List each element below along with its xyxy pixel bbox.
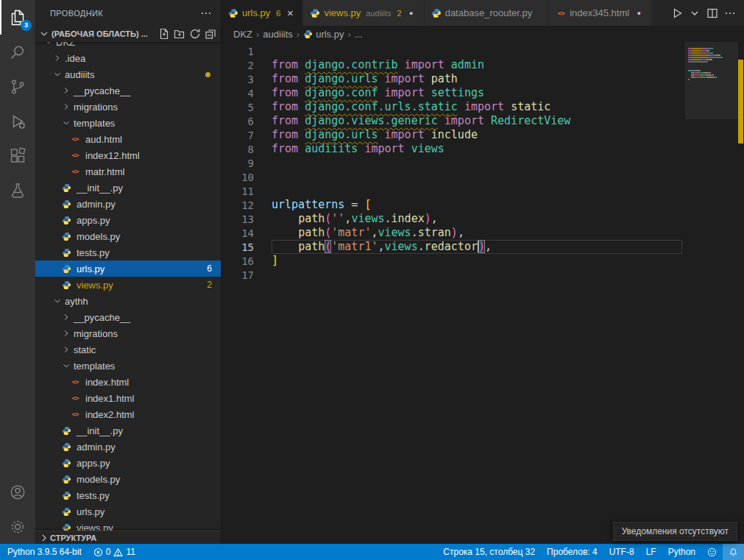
line-number[interactable]: 7 (222, 130, 272, 141)
tree-item-index12-html[interactable]: <>index12.html (35, 147, 221, 163)
line-number[interactable]: 1 (222, 46, 272, 57)
close-tab-button[interactable]: × (284, 7, 296, 19)
line-number[interactable]: 3 (222, 74, 272, 85)
workspace-section-header[interactable]: (РАБОЧАЯ ОБЛАСТЬ) ... (35, 26, 221, 42)
tree-item-templates[interactable]: templates (35, 358, 221, 374)
line-number[interactable]: 8 (222, 143, 272, 155)
line-number[interactable]: 15 (222, 241, 272, 253)
tree-item-tests-py[interactable]: tests.py (35, 487, 221, 503)
line-number[interactable]: 12 (222, 199, 272, 211)
activity-bar-manage[interactable] (0, 509, 35, 544)
status-notifications[interactable] (723, 544, 744, 560)
tree-item-idea[interactable]: .idea (35, 50, 221, 66)
html-file-icon: <> (556, 8, 566, 18)
activity-bar-search[interactable] (0, 35, 35, 69)
activity-bar-extensions[interactable] (0, 138, 35, 173)
overview-warning-mark (738, 60, 743, 74)
tree-item-views-py[interactable]: views.py (35, 520, 221, 531)
editor-more-actions-button[interactable] (723, 7, 737, 20)
tree-item-migrations[interactable]: migrations (35, 99, 221, 115)
line-number[interactable]: 9 (222, 157, 272, 169)
tree-item-tests-py[interactable]: tests.py (35, 244, 221, 260)
tree-item-urls-py[interactable]: urls.py6 (35, 260, 221, 277)
breadcrumb-symbols[interactable]: ... (355, 29, 363, 40)
new-file-button[interactable] (158, 28, 170, 40)
run-python-file-button[interactable] (670, 7, 684, 20)
tree-item-apps-py[interactable]: apps.py (35, 212, 221, 228)
status-feedback[interactable] (701, 544, 723, 560)
tab-index345-html[interactable]: <>index345.html● (549, 0, 652, 26)
tree-item-index2-html[interactable]: <>index2.html (35, 406, 221, 422)
python-file-icon (60, 473, 72, 485)
line-number[interactable]: 17 (222, 269, 272, 281)
line-number[interactable]: 16 (222, 255, 272, 267)
tree-item-templates[interactable]: templates (35, 115, 221, 131)
tree-item-pycache[interactable]: __pycache__ (35, 82, 221, 99)
tree-item-aythh[interactable]: aythh (35, 293, 221, 309)
tree-item-admin-py[interactable]: admin.py (35, 196, 221, 212)
explorer-more-actions-button[interactable] (199, 6, 213, 21)
line-number[interactable]: 2 (222, 60, 272, 71)
split-editor-button[interactable] (706, 7, 719, 20)
status-indentation[interactable]: Пробелов: 4 (541, 544, 603, 560)
tree-item-init-py[interactable]: __init__.py (35, 180, 221, 196)
warnings-icon (113, 547, 123, 557)
tab-views-py[interactable]: views.pyaudiiits2● (303, 0, 424, 26)
code-line-17: 17 (222, 268, 682, 282)
tree-item-audiiits[interactable]: audiiits (35, 66, 221, 82)
tree-item-views-py[interactable]: views.py2 (35, 277, 221, 293)
tree-item-admin-py[interactable]: admin.py (35, 439, 221, 455)
outline-section-header[interactable]: СТРУКТУРА (35, 531, 221, 544)
activity-bar-spacer (0, 208, 35, 475)
tree-item-models-py[interactable]: models.py (35, 228, 221, 244)
tree-item-dkz[interactable]: DKZ (35, 42, 221, 50)
tree-item-migrations[interactable]: migrations (35, 325, 221, 341)
tree-item-static[interactable]: static (35, 341, 221, 358)
tree-item-models-py[interactable]: models.py (35, 471, 221, 487)
status-label: UTF-8 (609, 547, 634, 557)
collapse-folders-button[interactable] (205, 28, 216, 40)
status-language-mode[interactable]: Python (662, 544, 701, 560)
breadcrumb-audiiits[interactable]: audiiits (263, 29, 292, 40)
code-line-5: 5from django.conf.urls.static import sta… (222, 100, 682, 114)
line-number[interactable]: 4 (222, 88, 272, 99)
status-eol[interactable]: LF (640, 544, 662, 560)
tab-urls-py[interactable]: urls.py6× (222, 0, 303, 26)
tree-item-aud-html[interactable]: <>aud.html (35, 131, 221, 147)
activity-bar-explorer[interactable]: 3 (0, 0, 35, 35)
status-problems[interactable]: 011 (88, 544, 141, 560)
tree-item-index-html[interactable]: <>index.html (35, 374, 221, 390)
activity-bar-run-and-debug[interactable] (0, 104, 35, 138)
breadcrumb-urls-py[interactable]: urls.py (303, 29, 344, 40)
breadcrumb-dkz[interactable]: DKZ (233, 29, 252, 40)
minimap[interactable] (688, 45, 734, 82)
tree-item-pycache[interactable]: __pycache__ (35, 309, 221, 325)
tab-database-roouter-py[interactable]: database_roouter.py (425, 0, 550, 26)
activity-bar-source-control[interactable] (0, 69, 35, 104)
line-number[interactable]: 6 (222, 116, 272, 127)
minimap-line (688, 80, 734, 82)
refresh-explorer-button[interactable] (189, 28, 201, 40)
line-content: from django.contrib import admin (272, 58, 682, 72)
line-number[interactable]: 5 (222, 102, 272, 113)
python-file-icon (60, 279, 72, 291)
tree-item-index1-html[interactable]: <>index1.html (35, 390, 221, 406)
status-python-interpreter[interactable]: Python 3.9.5 64-bit (1, 544, 88, 560)
run-dropdown-button[interactable] (688, 7, 701, 20)
status-encoding[interactable]: UTF-8 (603, 544, 640, 560)
tree-item-init-py[interactable]: __init__.py (35, 422, 221, 439)
code-editor[interactable]: 12from django.contrib import admin3from … (222, 42, 744, 544)
line-number[interactable]: 14 (222, 227, 272, 239)
activity-bar-accounts[interactable] (0, 475, 35, 509)
line-number[interactable]: 13 (222, 213, 272, 225)
new-folder-button[interactable] (174, 28, 185, 40)
tree-item-urls-py[interactable]: urls.py (35, 503, 221, 520)
notification-toast[interactable]: Уведомления отсутствуют (613, 522, 737, 541)
status-cursor-position[interactable]: Строка 15, столбец 32 (437, 544, 541, 560)
line-number[interactable]: 10 (222, 171, 272, 183)
activity-bar-testing[interactable] (0, 173, 35, 208)
tree-item-apps-py[interactable]: apps.py (35, 455, 221, 471)
tree-item-matr-html[interactable]: <>matr.html (35, 163, 221, 180)
line-number[interactable]: 11 (222, 185, 272, 197)
python-file-icon (60, 506, 72, 517)
